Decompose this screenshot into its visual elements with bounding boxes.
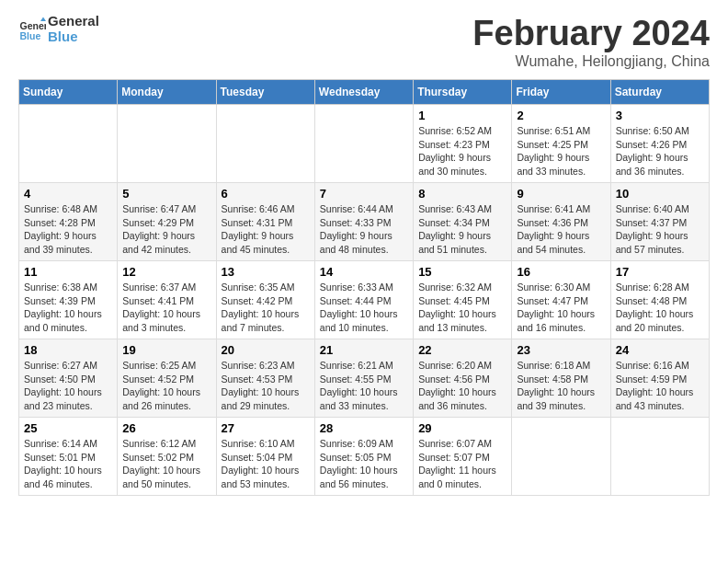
svg-marker-2	[40, 17, 46, 21]
day-info: Sunrise: 6:09 AM Sunset: 5:05 PM Dayligh…	[320, 437, 408, 491]
calendar-cell: 6Sunrise: 6:46 AM Sunset: 4:31 PM Daylig…	[216, 183, 314, 261]
calendar-cell	[19, 105, 118, 183]
day-number: 16	[517, 265, 605, 279]
day-info: Sunrise: 6:30 AM Sunset: 4:47 PM Dayligh…	[517, 281, 605, 335]
calendar-week-4: 18Sunrise: 6:27 AM Sunset: 4:50 PM Dayli…	[19, 339, 710, 418]
calendar-cell: 20Sunrise: 6:23 AM Sunset: 4:53 PM Dayli…	[216, 339, 314, 418]
logo: General Blue General Blue	[18, 14, 99, 44]
day-info: Sunrise: 6:46 AM Sunset: 4:31 PM Dayligh…	[222, 202, 310, 257]
day-info: Sunrise: 6:37 AM Sunset: 4:41 PM Dayligh…	[122, 281, 210, 335]
calendar-week-3: 11Sunrise: 6:38 AM Sunset: 4:39 PM Dayli…	[19, 261, 710, 339]
calendar-cell: 28Sunrise: 6:09 AM Sunset: 5:05 PM Dayli…	[314, 418, 413, 496]
day-number: 17	[616, 265, 704, 279]
day-info: Sunrise: 6:21 AM Sunset: 4:55 PM Dayligh…	[320, 359, 408, 413]
day-info: Sunrise: 6:12 AM Sunset: 5:02 PM Dayligh…	[122, 437, 210, 491]
day-number: 27	[222, 421, 310, 435]
calendar-cell: 1Sunrise: 6:52 AM Sunset: 4:23 PM Daylig…	[414, 105, 512, 183]
calendar-cell: 23Sunrise: 6:18 AM Sunset: 4:58 PM Dayli…	[512, 339, 610, 418]
day-number: 4	[24, 187, 112, 201]
calendar-week-5: 25Sunrise: 6:14 AM Sunset: 5:01 PM Dayli…	[19, 418, 710, 496]
day-info: Sunrise: 6:50 AM Sunset: 4:26 PM Dayligh…	[616, 124, 704, 178]
calendar-cell: 5Sunrise: 6:47 AM Sunset: 4:29 PM Daylig…	[118, 183, 216, 261]
day-number: 12	[122, 265, 210, 279]
header-day-tuesday: Tuesday	[216, 80, 314, 105]
calendar-cell: 9Sunrise: 6:41 AM Sunset: 4:36 PM Daylig…	[512, 183, 610, 261]
header-day-friday: Friday	[512, 80, 610, 105]
day-number: 15	[418, 265, 506, 279]
calendar-header-row: SundayMondayTuesdayWednesdayThursdayFrid…	[19, 80, 710, 105]
day-info: Sunrise: 6:52 AM Sunset: 4:23 PM Dayligh…	[418, 124, 506, 178]
calendar-cell: 27Sunrise: 6:10 AM Sunset: 5:04 PM Dayli…	[216, 418, 314, 496]
calendar-cell: 14Sunrise: 6:33 AM Sunset: 4:44 PM Dayli…	[314, 261, 413, 339]
day-info: Sunrise: 6:35 AM Sunset: 4:42 PM Dayligh…	[222, 281, 310, 335]
calendar-week-2: 4Sunrise: 6:48 AM Sunset: 4:28 PM Daylig…	[19, 183, 710, 261]
calendar-cell: 18Sunrise: 6:27 AM Sunset: 4:50 PM Dayli…	[19, 339, 118, 418]
day-info: Sunrise: 6:27 AM Sunset: 4:50 PM Dayligh…	[24, 359, 112, 413]
calendar-cell: 19Sunrise: 6:25 AM Sunset: 4:52 PM Dayli…	[118, 339, 216, 418]
day-info: Sunrise: 6:38 AM Sunset: 4:39 PM Dayligh…	[24, 281, 112, 335]
calendar-cell	[610, 418, 709, 496]
calendar-cell: 17Sunrise: 6:28 AM Sunset: 4:48 PM Dayli…	[610, 261, 709, 339]
calendar-cell: 25Sunrise: 6:14 AM Sunset: 5:01 PM Dayli…	[19, 418, 118, 496]
day-info: Sunrise: 6:23 AM Sunset: 4:53 PM Dayligh…	[222, 359, 310, 413]
calendar-cell: 24Sunrise: 6:16 AM Sunset: 4:59 PM Dayli…	[610, 339, 709, 418]
calendar-cell: 21Sunrise: 6:21 AM Sunset: 4:55 PM Dayli…	[314, 339, 413, 418]
day-info: Sunrise: 6:40 AM Sunset: 4:37 PM Dayligh…	[616, 202, 704, 257]
day-info: Sunrise: 6:48 AM Sunset: 4:28 PM Dayligh…	[24, 202, 112, 257]
calendar-cell: 16Sunrise: 6:30 AM Sunset: 4:47 PM Dayli…	[512, 261, 610, 339]
header-day-sunday: Sunday	[19, 80, 118, 105]
sub-title: Wumahe, Heilongjiang, China	[472, 53, 710, 70]
calendar-cell: 2Sunrise: 6:51 AM Sunset: 4:25 PM Daylig…	[512, 105, 610, 183]
day-info: Sunrise: 6:07 AM Sunset: 5:07 PM Dayligh…	[418, 437, 506, 491]
day-info: Sunrise: 6:20 AM Sunset: 4:56 PM Dayligh…	[418, 359, 506, 413]
calendar-cell: 12Sunrise: 6:37 AM Sunset: 4:41 PM Dayli…	[118, 261, 216, 339]
day-info: Sunrise: 6:51 AM Sunset: 4:25 PM Dayligh…	[517, 124, 605, 178]
day-info: Sunrise: 6:25 AM Sunset: 4:52 PM Dayligh…	[122, 359, 210, 413]
day-number: 13	[222, 265, 310, 279]
day-number: 2	[517, 109, 605, 122]
day-number: 28	[320, 421, 408, 435]
day-number: 5	[122, 187, 210, 201]
calendar-cell: 13Sunrise: 6:35 AM Sunset: 4:42 PM Dayli…	[216, 261, 314, 339]
calendar-cell	[216, 105, 314, 183]
calendar-body: 1Sunrise: 6:52 AM Sunset: 4:23 PM Daylig…	[19, 105, 710, 496]
logo-icon: General Blue	[18, 16, 46, 43]
calendar-table: SundayMondayTuesdayWednesdayThursdayFrid…	[18, 79, 710, 496]
calendar-cell: 8Sunrise: 6:43 AM Sunset: 4:34 PM Daylig…	[414, 183, 512, 261]
day-number: 8	[418, 187, 506, 201]
day-info: Sunrise: 6:18 AM Sunset: 4:58 PM Dayligh…	[517, 359, 605, 413]
day-number: 10	[616, 187, 704, 201]
calendar-cell: 7Sunrise: 6:44 AM Sunset: 4:33 PM Daylig…	[314, 183, 413, 261]
calendar-cell: 26Sunrise: 6:12 AM Sunset: 5:02 PM Dayli…	[118, 418, 216, 496]
day-info: Sunrise: 6:32 AM Sunset: 4:45 PM Dayligh…	[418, 281, 506, 335]
svg-text:Blue: Blue	[20, 29, 41, 40]
day-number: 19	[122, 343, 210, 357]
header-day-wednesday: Wednesday	[314, 80, 413, 105]
main-title: February 2024	[472, 14, 710, 53]
day-number: 22	[418, 343, 506, 357]
logo-general: General	[48, 14, 99, 29]
day-number: 24	[616, 343, 704, 357]
day-info: Sunrise: 6:44 AM Sunset: 4:33 PM Dayligh…	[320, 202, 408, 257]
day-info: Sunrise: 6:28 AM Sunset: 4:48 PM Dayligh…	[616, 281, 704, 335]
day-info: Sunrise: 6:47 AM Sunset: 4:29 PM Dayligh…	[122, 202, 210, 257]
calendar-cell: 10Sunrise: 6:40 AM Sunset: 4:37 PM Dayli…	[610, 183, 709, 261]
calendar-cell: 15Sunrise: 6:32 AM Sunset: 4:45 PM Dayli…	[414, 261, 512, 339]
day-number: 7	[320, 187, 408, 201]
day-info: Sunrise: 6:16 AM Sunset: 4:59 PM Dayligh…	[616, 359, 704, 413]
day-number: 25	[24, 421, 112, 435]
calendar-cell	[512, 418, 610, 496]
calendar-week-1: 1Sunrise: 6:52 AM Sunset: 4:23 PM Daylig…	[19, 105, 710, 183]
day-number: 26	[122, 421, 210, 435]
page: General Blue General Blue February 2024 …	[0, 0, 728, 510]
day-number: 23	[517, 343, 605, 357]
day-info: Sunrise: 6:10 AM Sunset: 5:04 PM Dayligh…	[222, 437, 310, 491]
calendar-cell	[314, 105, 413, 183]
day-number: 6	[222, 187, 310, 201]
header-day-thursday: Thursday	[414, 80, 512, 105]
header-day-monday: Monday	[118, 80, 216, 105]
header-day-saturday: Saturday	[610, 80, 709, 105]
day-number: 9	[517, 187, 605, 201]
day-info: Sunrise: 6:33 AM Sunset: 4:44 PM Dayligh…	[320, 281, 408, 335]
calendar-cell	[118, 105, 216, 183]
